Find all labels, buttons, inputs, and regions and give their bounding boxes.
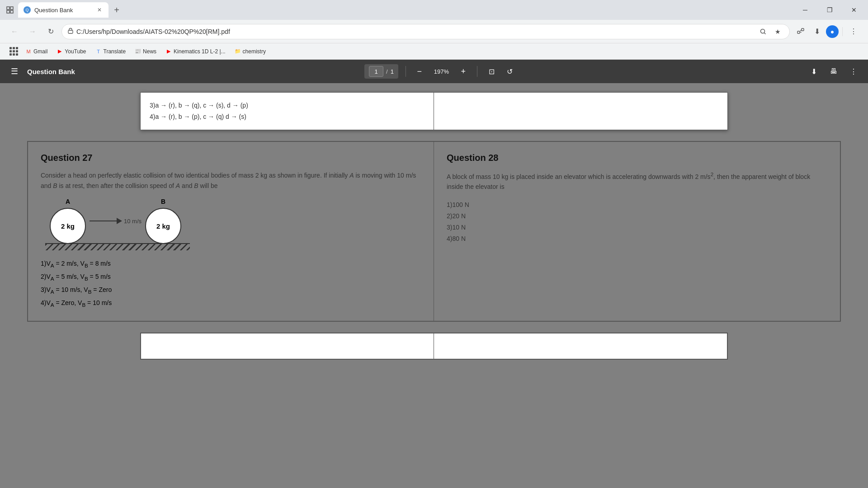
maximize-button[interactable]: ❐ bbox=[819, 0, 840, 20]
address-bar: ← → ↻ C:/Users/hp/Downloads/AIATS-02%20Q… bbox=[0, 20, 868, 43]
apps-button[interactable] bbox=[7, 45, 20, 58]
pdf-download-button[interactable]: ⬇ bbox=[807, 64, 821, 79]
minimize-button[interactable]: ─ bbox=[795, 0, 816, 20]
search-lens-button[interactable] bbox=[757, 25, 769, 38]
velocity-label: 10 m/s bbox=[124, 218, 142, 225]
svg-rect-7 bbox=[797, 31, 800, 33]
download-button[interactable]: ⬇ bbox=[810, 24, 824, 39]
url-actions: ★ bbox=[757, 25, 784, 38]
question-27-panel: Question 27 Consider a head on perfectly… bbox=[28, 142, 434, 321]
question-27-title: Question 27 bbox=[41, 153, 421, 163]
bookmark-youtube[interactable]: ▶ YouTube bbox=[53, 46, 90, 57]
toolbar-divider bbox=[842, 27, 843, 36]
tab-switcher-button[interactable] bbox=[4, 4, 16, 16]
back-button[interactable]: ← bbox=[7, 24, 22, 39]
pdf-more-button[interactable]: ⋮ bbox=[846, 64, 861, 79]
bookmark-translate-label: Translate bbox=[104, 48, 126, 55]
bookmark-translate[interactable]: T Translate bbox=[92, 46, 130, 57]
pdf-menu-button[interactable]: ☰ bbox=[7, 64, 22, 79]
ball-b-mass: 2 kg bbox=[156, 222, 170, 230]
q27-opt-1: 1)VA = 2 m/s, VB = 8 m/s bbox=[41, 258, 421, 271]
url-text: C:/Users/hp/Downloads/AIATS-02%20QP%20[R… bbox=[76, 28, 754, 35]
news-icon: 📰 bbox=[135, 48, 141, 55]
partial-left-options: 3)a → (r), b → (q), c → (s), d → (p) 4)a… bbox=[150, 100, 425, 122]
collision-diagram: A 2 kg 10 m/s B bbox=[41, 198, 421, 250]
question-27-text: Consider a head on perfectly elastic col… bbox=[41, 170, 421, 191]
gmail-icon: M bbox=[25, 48, 32, 55]
chemistry-icon: 📁 bbox=[235, 48, 241, 55]
reload-button[interactable]: ↻ bbox=[43, 24, 58, 39]
extensions-button[interactable] bbox=[793, 24, 808, 39]
more-menu-button[interactable]: ⋮ bbox=[846, 24, 861, 39]
pdf-divider-1 bbox=[406, 66, 406, 77]
arrow-section: 10 m/s bbox=[90, 218, 142, 225]
question-28-title: Question 28 bbox=[447, 153, 827, 163]
bookmarks-bar: M Gmail ▶ YouTube T Translate 📰 News ▶ K… bbox=[0, 43, 868, 60]
bookmark-news[interactable]: 📰 News bbox=[131, 46, 160, 57]
pdf-zoom-out-button[interactable]: − bbox=[413, 65, 426, 78]
bookmark-chemistry[interactable]: 📁 chemistry bbox=[231, 46, 269, 57]
balls-row: A 2 kg 10 m/s B bbox=[41, 198, 181, 244]
bookmark-gmail[interactable]: M Gmail bbox=[22, 46, 51, 57]
forward-button[interactable]: → bbox=[25, 24, 40, 39]
question-28-text: A block of mass 10 kg is placed inside a… bbox=[447, 170, 827, 192]
toolbar-right: ⬇ ● ⋮ bbox=[793, 24, 861, 39]
svg-point-5 bbox=[761, 29, 765, 33]
close-button[interactable]: ✕ bbox=[844, 0, 864, 20]
pdf-fit-button[interactable]: ⊡ bbox=[485, 64, 499, 79]
lock-icon bbox=[67, 28, 74, 35]
question-27-options: 1)VA = 2 m/s, VB = 8 m/s 2)VA = 5 m/s, V… bbox=[41, 258, 421, 310]
q27-opt-4: 4)VA = Zero, VB = 10 m/s bbox=[41, 297, 421, 310]
arrow-head bbox=[117, 218, 122, 224]
pdf-toolbar: ☰ Question Bank / 1 − 197% + ⊡ ↺ ⬇ 🖶 ⋮ bbox=[0, 60, 868, 83]
q27-opt-2: 2)VA = 5 m/s, VB = 5 m/s bbox=[41, 271, 421, 284]
bookmark-news-label: News bbox=[143, 48, 156, 55]
ball-a: 2 kg bbox=[50, 208, 86, 244]
svg-rect-1 bbox=[10, 7, 13, 9]
pdf-divider-2 bbox=[477, 66, 477, 77]
partial-option-3: 3)a → (r), b → (q), c → (s), d → (p) bbox=[150, 100, 425, 111]
bookmark-chemistry-label: chemistry bbox=[243, 48, 266, 55]
profile-button[interactable]: ● bbox=[826, 25, 839, 38]
active-tab[interactable]: Q Question Bank ✕ bbox=[18, 2, 108, 18]
pdf-right-actions: ⊡ ↺ bbox=[485, 64, 517, 79]
q28-opt-4: 4)80 N bbox=[447, 233, 827, 244]
ball-b-label: B bbox=[161, 198, 165, 205]
pdf-page-bottom-partial bbox=[140, 333, 728, 360]
question-card-27-28: Question 27 Consider a head on perfectly… bbox=[27, 141, 841, 322]
partial-left-cell: 3)a → (r), b → (q), c → (s), d → (p) 4)a… bbox=[141, 93, 434, 130]
svg-rect-0 bbox=[7, 7, 9, 9]
bookmark-star-button[interactable]: ★ bbox=[771, 25, 784, 38]
pdf-zoom-in-button[interactable]: + bbox=[457, 65, 470, 78]
arrow-line bbox=[90, 221, 117, 221]
question-grid: Question 27 Consider a head on perfectly… bbox=[28, 142, 840, 321]
svg-rect-2 bbox=[7, 10, 9, 13]
translate-icon: T bbox=[95, 48, 102, 55]
pdf-page-sep: / bbox=[386, 68, 388, 75]
tab-close-button[interactable]: ✕ bbox=[96, 6, 103, 14]
ground-line bbox=[45, 243, 190, 250]
partial-answer-row: 3)a → (r), b → (q), c → (s), d → (p) 4)a… bbox=[140, 92, 728, 130]
pdf-title: Question Bank bbox=[27, 68, 75, 75]
svg-line-6 bbox=[764, 33, 766, 34]
pdf-print-button[interactable]: 🖶 bbox=[826, 64, 841, 79]
partial-option-4: 4)a → (r), b → (p), c → (q) d → (s) bbox=[150, 111, 425, 122]
pdf-page-top-partial: 3)a → (r), b → (q), c → (s), d → (p) 4)a… bbox=[140, 92, 728, 130]
pdf-zoom-value: 197% bbox=[431, 68, 452, 75]
new-tab-button[interactable]: + bbox=[110, 4, 123, 16]
question-28-panel: Question 28 A block of mass 10 kg is pla… bbox=[434, 142, 840, 321]
ball-a-mass: 2 kg bbox=[61, 222, 75, 230]
q28-opt-3: 3)10 N bbox=[447, 222, 827, 233]
pdf-page-controls: / 1 bbox=[364, 64, 398, 79]
bookmark-kinematics[interactable]: ▶ Kinematics 1D L-2 |... bbox=[162, 46, 229, 57]
q27-opt-3: 3)VA = 10 m/s, VB = Zero bbox=[41, 284, 421, 297]
pdf-content: 3)a → (r), b → (q), c → (s), d → (p) 4)a… bbox=[0, 83, 868, 488]
svg-rect-3 bbox=[10, 10, 13, 13]
pdf-rotate-button[interactable]: ↺ bbox=[503, 64, 517, 79]
url-bar[interactable]: C:/Users/hp/Downloads/AIATS-02%20QP%20[R… bbox=[61, 24, 790, 39]
svg-rect-8 bbox=[802, 28, 804, 31]
tab-favicon: Q bbox=[24, 6, 31, 14]
youtube-icon: ▶ bbox=[57, 48, 63, 55]
ball-b: 2 kg bbox=[145, 208, 181, 244]
pdf-page-input[interactable] bbox=[369, 66, 383, 77]
